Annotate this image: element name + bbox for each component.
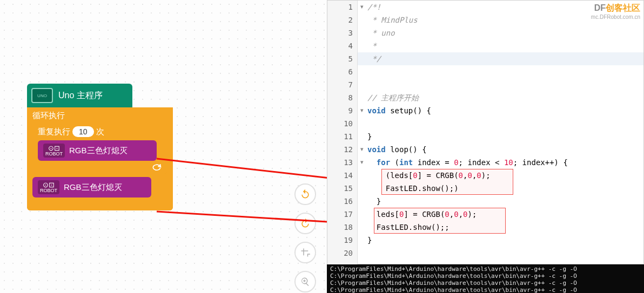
uno-main-block[interactable]: UNO Uno 主程序 <box>27 84 132 107</box>
blocks-canvas[interactable]: UNO Uno 主程序 循环执行 重复执行 10 次 ⊙⊡ ROBOT RGB三… <box>0 0 327 293</box>
repeat-suffix: 次 <box>96 127 104 137</box>
console-output[interactable]: C:\ProgramFiles\Mind+\Arduino\hardware\t… <box>327 264 644 293</box>
code-line[interactable]: for (int index = 0; index < 10; index++)… <box>367 156 568 169</box>
code-line[interactable]: /*! <box>367 1 568 13</box>
code-line[interactable]: */ <box>367 52 568 65</box>
rgb-block-label: RGB三色灯熄灭 <box>69 146 128 156</box>
line-gutter: 1234567891011121314151617181920 <box>327 1 358 265</box>
repeat-block[interactable]: 重复执行 10 次 ⊙⊡ ROBOT RGB三色灯熄灭 <box>32 123 167 174</box>
loop-arrow-icon <box>32 163 167 174</box>
forever-loop-block[interactable]: 循环执行 重复执行 10 次 ⊙⊡ ROBOT RGB三色灯熄灭 <box>27 107 173 210</box>
block-stack[interactable]: UNO Uno 主程序 循环执行 重复执行 10 次 ⊙⊡ ROBOT RGB三… <box>27 84 173 210</box>
code-highlight-box-1 <box>381 169 513 195</box>
rgb-off-block-1[interactable]: ⊙⊡ ROBOT RGB三色灯熄灭 <box>38 140 157 161</box>
code-line[interactable]: * MindPlus <box>367 13 568 26</box>
loop-label: 循环执行 <box>27 111 173 123</box>
uno-block-label: Uno 主程序 <box>58 90 103 101</box>
code-line[interactable]: void loop() { <box>367 143 568 156</box>
robot-icon: ⊙⊡ ROBOT <box>43 144 65 158</box>
rgb-block-label: RGB三色灯熄灭 <box>64 182 122 193</box>
uno-board-icon: UNO <box>31 88 53 103</box>
zoom-button[interactable] <box>294 271 316 292</box>
code-line[interactable]: // 主程序开始 <box>367 91 568 104</box>
code-line[interactable]: void setup() { <box>367 104 568 117</box>
robot-icon: ⊙⊡ ROBOT <box>38 180 59 194</box>
crop-button[interactable] <box>294 242 316 263</box>
code-line[interactable]: } <box>367 234 568 247</box>
watermark: DF创客社区 mc.DFRobot.com.cn <box>591 3 640 20</box>
repeat-label: 重复执行 <box>38 127 70 137</box>
code-editor[interactable]: DF创客社区 mc.DFRobot.com.cn 123456789101112… <box>327 0 644 264</box>
code-line[interactable] <box>367 78 568 91</box>
code-line[interactable] <box>367 117 568 130</box>
code-line[interactable] <box>367 65 568 78</box>
code-line[interactable]: * <box>367 39 568 52</box>
redo-button[interactable] <box>294 213 316 234</box>
code-line[interactable]: } <box>367 130 568 143</box>
rgb-off-block-2[interactable]: ⊙⊡ ROBOT RGB三色灯熄灭 <box>32 177 151 197</box>
repeat-count[interactable]: 10 <box>72 126 94 137</box>
code-line[interactable]: } <box>367 195 568 208</box>
code-line[interactable] <box>367 247 568 260</box>
undo-button[interactable] <box>294 183 316 205</box>
code-line[interactable]: * uno <box>367 26 568 39</box>
code-highlight-box-2 <box>374 208 506 234</box>
